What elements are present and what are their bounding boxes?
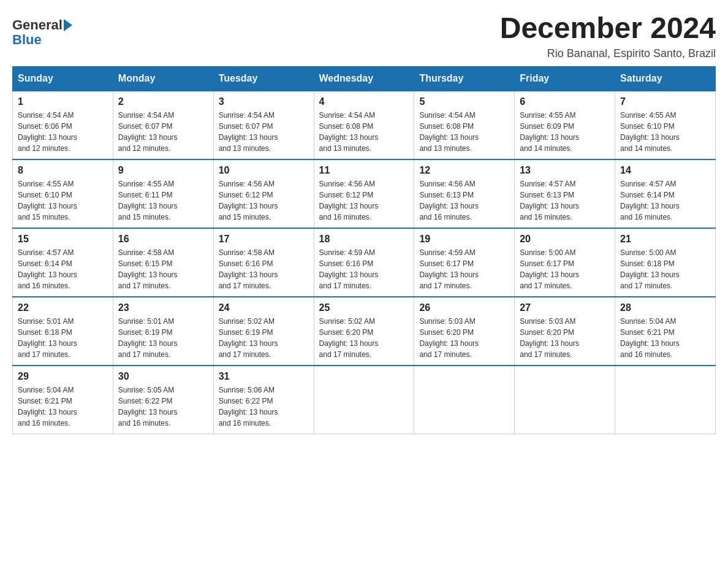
table-row: 26 Sunrise: 5:03 AM Sunset: 6:20 PM Dayl… [414, 297, 515, 366]
day-info: Sunrise: 5:02 AM Sunset: 6:19 PM Dayligh… [219, 316, 309, 360]
table-row: 2 Sunrise: 4:54 AM Sunset: 6:07 PM Dayli… [113, 91, 213, 159]
table-row: 20 Sunrise: 5:00 AM Sunset: 6:17 PM Dayl… [515, 228, 615, 297]
day-info: Sunrise: 5:01 AM Sunset: 6:18 PM Dayligh… [18, 316, 108, 360]
table-row: 31 Sunrise: 5:06 AM Sunset: 6:22 PM Dayl… [213, 366, 314, 434]
day-info: Sunrise: 4:55 AM Sunset: 6:11 PM Dayligh… [118, 178, 208, 223]
table-row [515, 366, 615, 434]
day-info: Sunrise: 4:54 AM Sunset: 6:07 PM Dayligh… [219, 110, 309, 154]
day-number: 30 [118, 371, 208, 382]
day-number: 25 [319, 302, 409, 313]
day-info: Sunrise: 4:58 AM Sunset: 6:15 PM Dayligh… [118, 247, 208, 291]
table-row: 22 Sunrise: 5:01 AM Sunset: 6:18 PM Dayl… [13, 297, 113, 366]
day-number: 31 [219, 371, 309, 382]
day-info: Sunrise: 4:56 AM Sunset: 6:13 PM Dayligh… [419, 178, 509, 223]
day-info: Sunrise: 4:56 AM Sunset: 6:12 PM Dayligh… [219, 178, 309, 223]
day-number: 23 [118, 302, 208, 313]
table-row: 3 Sunrise: 4:54 AM Sunset: 6:07 PM Dayli… [213, 91, 314, 159]
day-number: 22 [18, 302, 108, 313]
table-row: 15 Sunrise: 4:57 AM Sunset: 6:14 PM Dayl… [13, 228, 113, 297]
day-info: Sunrise: 4:54 AM Sunset: 6:07 PM Dayligh… [118, 110, 208, 154]
calendar-week-row: 8 Sunrise: 4:55 AM Sunset: 6:10 PM Dayli… [13, 159, 716, 228]
table-row: 30 Sunrise: 5:05 AM Sunset: 6:22 PM Dayl… [113, 366, 213, 434]
title-area: December 2024 Rio Bananal, Espirito Sant… [500, 12, 716, 60]
day-number: 10 [219, 165, 309, 176]
day-number: 13 [520, 165, 610, 176]
day-number: 26 [419, 302, 509, 313]
day-info: Sunrise: 5:04 AM Sunset: 6:21 PM Dayligh… [18, 385, 108, 429]
day-info: Sunrise: 4:57 AM Sunset: 6:13 PM Dayligh… [520, 178, 610, 223]
day-info: Sunrise: 5:02 AM Sunset: 6:20 PM Dayligh… [319, 316, 409, 360]
table-row: 8 Sunrise: 4:55 AM Sunset: 6:10 PM Dayli… [13, 159, 113, 228]
table-row: 4 Sunrise: 4:54 AM Sunset: 6:08 PM Dayli… [314, 91, 414, 159]
logo-blue-text: Blue [12, 33, 42, 47]
table-row: 23 Sunrise: 5:01 AM Sunset: 6:19 PM Dayl… [113, 297, 213, 366]
table-row: 14 Sunrise: 4:57 AM Sunset: 6:14 PM Dayl… [615, 159, 716, 228]
calendar-week-row: 1 Sunrise: 4:54 AM Sunset: 6:06 PM Dayli… [13, 91, 716, 159]
table-row: 11 Sunrise: 4:56 AM Sunset: 6:12 PM Dayl… [314, 159, 414, 228]
day-info: Sunrise: 4:55 AM Sunset: 6:10 PM Dayligh… [620, 110, 710, 154]
day-info: Sunrise: 5:03 AM Sunset: 6:20 PM Dayligh… [419, 316, 509, 360]
day-number: 15 [18, 234, 108, 245]
calendar-week-row: 29 Sunrise: 5:04 AM Sunset: 6:21 PM Dayl… [13, 366, 716, 434]
day-number: 8 [18, 165, 108, 176]
logo: General Blue [12, 12, 72, 53]
day-info: Sunrise: 4:59 AM Sunset: 6:16 PM Dayligh… [319, 247, 409, 291]
day-info: Sunrise: 4:57 AM Sunset: 6:14 PM Dayligh… [18, 247, 108, 291]
table-row: 6 Sunrise: 4:55 AM Sunset: 6:09 PM Dayli… [515, 91, 615, 159]
logo-general-text: General [12, 18, 63, 32]
day-number: 28 [620, 302, 710, 313]
table-row: 19 Sunrise: 4:59 AM Sunset: 6:17 PM Dayl… [414, 228, 515, 297]
day-number: 4 [319, 96, 409, 107]
day-number: 24 [219, 302, 309, 313]
page-header: General Blue December 2024 Rio Bananal, … [12, 12, 716, 60]
header-saturday: Saturday [615, 66, 716, 91]
day-number: 21 [620, 234, 710, 245]
day-number: 3 [219, 96, 309, 107]
table-row: 16 Sunrise: 4:58 AM Sunset: 6:15 PM Dayl… [113, 228, 213, 297]
calendar-header-row: Sunday Monday Tuesday Wednesday Thursday… [13, 66, 716, 91]
table-row [414, 366, 515, 434]
day-info: Sunrise: 4:54 AM Sunset: 6:06 PM Dayligh… [18, 110, 108, 154]
day-info: Sunrise: 5:05 AM Sunset: 6:22 PM Dayligh… [118, 385, 208, 429]
day-number: 2 [118, 96, 208, 107]
table-row: 29 Sunrise: 5:04 AM Sunset: 6:21 PM Dayl… [13, 366, 113, 434]
table-row: 7 Sunrise: 4:55 AM Sunset: 6:10 PM Dayli… [615, 91, 716, 159]
day-info: Sunrise: 4:58 AM Sunset: 6:16 PM Dayligh… [219, 247, 309, 291]
header-wednesday: Wednesday [314, 66, 414, 91]
calendar-week-row: 22 Sunrise: 5:01 AM Sunset: 6:18 PM Dayl… [13, 297, 716, 366]
table-row: 9 Sunrise: 4:55 AM Sunset: 6:11 PM Dayli… [113, 159, 213, 228]
day-number: 5 [419, 96, 509, 107]
logo-arrow-icon [64, 19, 72, 31]
table-row [314, 366, 414, 434]
day-info: Sunrise: 4:54 AM Sunset: 6:08 PM Dayligh… [419, 110, 509, 154]
day-number: 1 [18, 96, 108, 107]
table-row: 18 Sunrise: 4:59 AM Sunset: 6:16 PM Dayl… [314, 228, 414, 297]
day-number: 6 [520, 96, 610, 107]
day-info: Sunrise: 5:00 AM Sunset: 6:17 PM Dayligh… [520, 247, 610, 291]
table-row: 13 Sunrise: 4:57 AM Sunset: 6:13 PM Dayl… [515, 159, 615, 228]
table-row: 27 Sunrise: 5:03 AM Sunset: 6:20 PM Dayl… [515, 297, 615, 366]
day-number: 29 [18, 371, 108, 382]
table-row: 1 Sunrise: 4:54 AM Sunset: 6:06 PM Dayli… [13, 91, 113, 159]
day-info: Sunrise: 4:54 AM Sunset: 6:08 PM Dayligh… [319, 110, 409, 154]
day-info: Sunrise: 4:55 AM Sunset: 6:10 PM Dayligh… [18, 178, 108, 223]
header-thursday: Thursday [414, 66, 515, 91]
day-number: 11 [319, 165, 409, 176]
table-row: 12 Sunrise: 4:56 AM Sunset: 6:13 PM Dayl… [414, 159, 515, 228]
day-number: 20 [520, 234, 610, 245]
day-number: 7 [620, 96, 710, 107]
table-row: 28 Sunrise: 5:04 AM Sunset: 6:21 PM Dayl… [615, 297, 716, 366]
calendar-week-row: 15 Sunrise: 4:57 AM Sunset: 6:14 PM Dayl… [13, 228, 716, 297]
location-subtitle: Rio Bananal, Espirito Santo, Brazil [500, 47, 716, 60]
table-row: 25 Sunrise: 5:02 AM Sunset: 6:20 PM Dayl… [314, 297, 414, 366]
day-info: Sunrise: 5:06 AM Sunset: 6:22 PM Dayligh… [219, 385, 309, 429]
day-info: Sunrise: 5:03 AM Sunset: 6:20 PM Dayligh… [520, 316, 610, 360]
table-row: 21 Sunrise: 5:00 AM Sunset: 6:18 PM Dayl… [615, 228, 716, 297]
table-row: 17 Sunrise: 4:58 AM Sunset: 6:16 PM Dayl… [213, 228, 314, 297]
day-info: Sunrise: 5:04 AM Sunset: 6:21 PM Dayligh… [620, 316, 710, 360]
day-number: 18 [319, 234, 409, 245]
day-number: 17 [219, 234, 309, 245]
day-info: Sunrise: 4:57 AM Sunset: 6:14 PM Dayligh… [620, 178, 710, 223]
day-number: 16 [118, 234, 208, 245]
header-friday: Friday [515, 66, 615, 91]
